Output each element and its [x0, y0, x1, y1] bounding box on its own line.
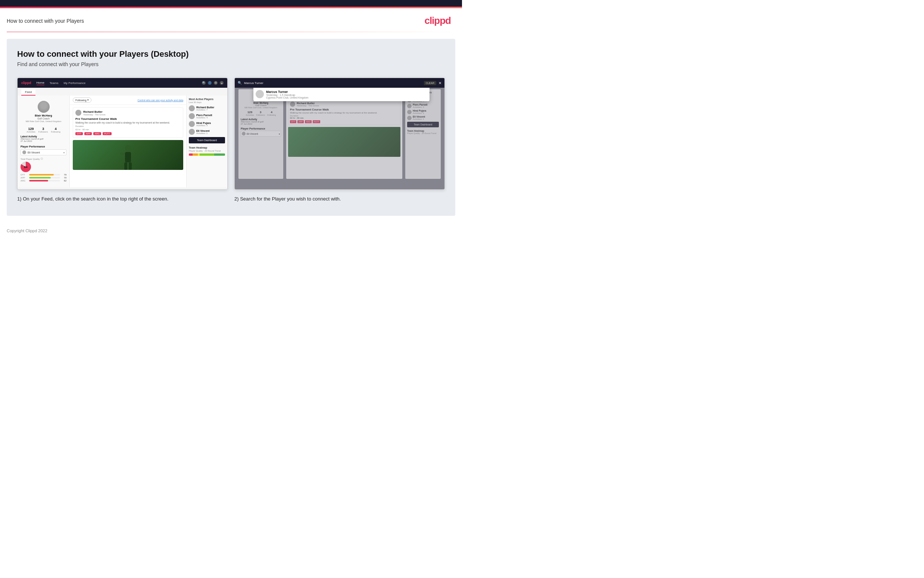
search-result-avatar	[256, 90, 264, 98]
search-icon[interactable]: 🔍	[202, 81, 206, 85]
avatar	[38, 101, 50, 113]
page-title: How to connect with your Players	[7, 18, 84, 24]
quality-circle: 84	[21, 162, 31, 172]
profile-icon[interactable]: 👤	[208, 81, 212, 85]
player-item-info-1: Piers Parnell Activities: 4	[196, 114, 212, 119]
bar-fill-app	[29, 177, 51, 179]
heatmap-seg-1	[189, 153, 193, 156]
player-item-acts-1: Activities: 4	[196, 117, 212, 119]
activity-duration: 02 hr : 00 min	[75, 128, 181, 131]
svg-point-0	[125, 145, 131, 152]
heatmap-seg-5	[214, 153, 225, 156]
search-result-dropdown: Marcus Turner Yesterday · 1.5 Handicap C…	[253, 88, 430, 101]
bar-track-arg	[29, 180, 60, 182]
svg-rect-2	[121, 153, 125, 154]
caption-2-text: Search for the Player you wish to connec…	[240, 196, 341, 201]
player-perf-section: Player Performance Eli Vincent ▾ Total P…	[21, 145, 66, 182]
activity-tags: OTT APP ARG PUTT	[75, 132, 181, 135]
player-item-info-2: Hiral Pujara Activities: 3	[196, 122, 211, 127]
profile-name: Blair McHarg	[21, 114, 66, 117]
nav-icons: 🔍 👤 ⚙ ●	[202, 81, 223, 85]
header-divider	[7, 32, 455, 32]
avatar-icon[interactable]: ●	[220, 81, 223, 85]
panels: clippd Home Teams My Performance 🔍 👤 ⚙ ●…	[17, 78, 445, 202]
caption-1-num: 1)	[17, 196, 22, 201]
app-center-1: Following ▾ Control who can see your act…	[70, 96, 186, 187]
app-body-1: Blair McHarg Golf Coach Mill Ride Golf C…	[18, 96, 227, 187]
heatmap-seg-2	[193, 153, 198, 156]
activity-card: Richard Butler Yesterday · The Grove Pre…	[73, 107, 183, 138]
search-result-item[interactable]: Marcus Turner Yesterday · 1.5 Handicap C…	[256, 90, 427, 99]
player-item-1: Piers Parnell Activities: 4	[189, 113, 225, 119]
bar-row-app: APP 70	[21, 177, 66, 179]
player-perf-title: Player Performance	[21, 145, 66, 148]
bar-track-ott	[29, 174, 60, 175]
player-item-name-0: Richard Butler	[196, 106, 214, 109]
player-item-info-3: Eli Vincent Activities: 1	[196, 130, 210, 135]
top-bar	[0, 0, 462, 7]
nav-my-performance[interactable]: My Performance	[63, 81, 86, 85]
profile-club: Mill Ride Golf Club, United Kingdom	[21, 120, 66, 122]
player-item-info-0: Richard Butler Activities: 7	[196, 106, 214, 111]
control-link[interactable]: Control who can see your activity and da…	[138, 99, 183, 102]
bar-label-app: APP	[21, 177, 28, 179]
latest-date: 27 Jul 2022	[21, 140, 66, 142]
quality-row: Total Player Quality ⓘ 84	[21, 157, 66, 172]
tag-putt: PUTT	[103, 132, 112, 135]
tag-arg: ARG	[93, 132, 101, 135]
profile-role: Golf Coach	[21, 117, 66, 120]
clear-button[interactable]: CLEAR	[424, 81, 436, 85]
stat-num-following: 4	[51, 127, 60, 131]
panel-2: 🔍 Marcus Turner CLEAR ✕ Marcus Turner Ye…	[235, 78, 445, 202]
golfer-image	[117, 144, 139, 170]
settings-icon[interactable]: ⚙	[214, 81, 218, 85]
search-icon-2: 🔍	[238, 81, 242, 85]
stat-followers: 3 Followers	[39, 127, 48, 133]
heatmap-title: Team Heatmap	[189, 146, 225, 149]
player-item-acts-0: Activities: 7	[196, 109, 214, 111]
heatmap-bar	[189, 153, 225, 156]
active-period: Last 30 days	[189, 101, 225, 104]
search-result-name: Marcus Turner	[266, 90, 309, 94]
player-item-3: Eli Vincent Activities: 1	[189, 129, 225, 135]
bar-track-app	[29, 177, 60, 179]
screenshot-1: clippd Home Teams My Performance 🔍 👤 ⚙ ●…	[17, 78, 228, 190]
nav-home[interactable]: Home	[37, 81, 44, 85]
player-select[interactable]: Eli Vincent ▾	[21, 149, 66, 155]
caption-2: 2) Search for the Player you wish to con…	[235, 196, 445, 202]
feed-tab[interactable]: Feed	[21, 89, 36, 96]
profile-box: Blair McHarg Golf Coach Mill Ride Golf C…	[21, 99, 66, 125]
team-dashboard-button[interactable]: Team Dashboard	[189, 137, 225, 143]
activity-user-info: Richard Butler Yesterday · The Grove	[83, 110, 105, 116]
player-item-acts-2: Activities: 3	[196, 124, 211, 127]
nav-teams[interactable]: Teams	[50, 81, 58, 85]
dropdown-arrow-icon: ▾	[63, 151, 65, 154]
activity-duration-label: Duration	[75, 125, 181, 127]
activity-image	[73, 140, 183, 170]
bar-rows: OTT 79 APP	[21, 174, 66, 182]
caption-1-text: On your Feed, click on the search icon i…	[23, 196, 168, 201]
following-button[interactable]: Following ▾	[73, 97, 91, 103]
caption-2-num: 2)	[235, 196, 239, 201]
activity-title: Pre Tournament Course Walk	[75, 117, 181, 120]
bar-label-ott: OTT	[21, 174, 28, 176]
caption-1: 1) On your Feed, click on the search ico…	[17, 196, 228, 202]
heatmap-period: Player Quality · 20 Round Trend	[189, 150, 225, 152]
bar-num-app: 70	[61, 177, 66, 179]
header: How to connect with your Players clippd	[0, 8, 462, 32]
player-item-name-3: Eli Vincent	[196, 130, 210, 132]
search-input[interactable]: Marcus Turner	[244, 81, 422, 85]
team-heatmap: Team Heatmap Player Quality · 20 Round T…	[189, 146, 225, 156]
stat-following: 4 Following	[51, 127, 60, 133]
copyright: Copyright Clippd 2022	[7, 229, 47, 233]
bar-label-arg: ARG	[21, 180, 28, 182]
activity-avatar	[75, 110, 81, 116]
app-nav-logo: clippd	[21, 81, 31, 85]
close-icon[interactable]: ✕	[439, 81, 442, 85]
player-select-name: Eli Vincent	[28, 151, 62, 154]
bar-fill-arg	[29, 180, 48, 182]
search-bar-overlay: 🔍 Marcus Turner CLEAR ✕	[235, 78, 445, 88]
stat-num-activities: 129	[26, 127, 36, 131]
quality-label: Total Player Quality ⓘ	[21, 157, 66, 161]
main-subtitle: Find and connect with your Players	[17, 61, 445, 67]
